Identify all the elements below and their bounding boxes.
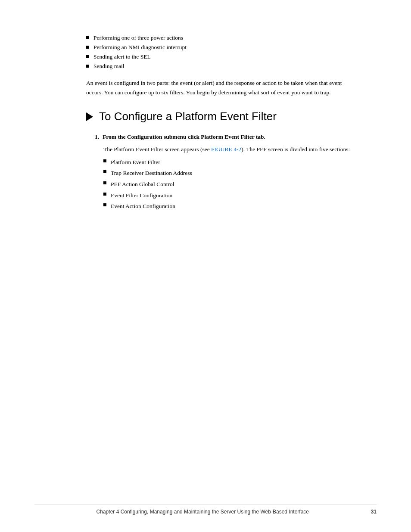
bullet-icon: [86, 55, 89, 58]
page-container: Performing one of three power actionsPer…: [0, 0, 411, 532]
footer: Chapter 4 Configuring, Managing and Main…: [34, 504, 377, 515]
step-body: The Platform Event Filter screen appears…: [103, 145, 359, 211]
sub-bullet-text: Platform Event Filter: [111, 158, 160, 167]
step-container: 1.From the Configuration submenu click P…: [95, 134, 359, 211]
sub-bullet-item: Event Action Configuration: [103, 202, 359, 211]
figure-link[interactable]: FIGURE 4-2: [211, 146, 241, 152]
intro-bullet-list: Performing one of three power actionsPer…: [86, 34, 359, 70]
step-label: From the Configuration submenu click Pla…: [103, 134, 265, 140]
triangle-icon: [86, 112, 93, 121]
footer-text: Chapter 4 Configuring, Managing and Main…: [34, 509, 371, 515]
intro-paragraph: An event is configured in two parts: the…: [86, 78, 359, 97]
sub-bullet-icon: [103, 170, 106, 173]
sub-bullet-text: PEF Action Global Control: [111, 180, 174, 189]
bullet-icon: [86, 65, 89, 68]
step-heading: 1.From the Configuration submenu click P…: [95, 134, 359, 140]
sub-bullet-text: Event Filter Configuration: [111, 191, 172, 200]
sub-bullet-list: Platform Event FilterTrap Receiver Desti…: [103, 158, 359, 211]
sub-bullet-text: Event Action Configuration: [111, 202, 175, 211]
step-number: 1.: [95, 134, 99, 140]
bullet-item: Performing one of three power actions: [86, 34, 359, 41]
bullet-item: Sending alert to the SEL: [86, 53, 359, 60]
bullet-text: Performing one of three power actions: [93, 34, 183, 41]
bullet-icon: [86, 36, 89, 39]
sub-bullet-icon: [103, 181, 106, 184]
section-heading-text: To Configure a Platform Event Filter: [99, 110, 277, 123]
bullet-icon: [86, 46, 89, 49]
sub-bullet-icon: [103, 203, 106, 206]
bullet-item: Sending mail: [86, 63, 359, 70]
sub-bullet-text: Trap Receiver Destination Address: [111, 168, 192, 178]
footer-chapter: Chapter 4 Configuring, Managing and Main…: [97, 509, 309, 515]
sub-bullet-icon: [103, 193, 106, 196]
sub-bullet-item: Event Filter Configuration: [103, 191, 359, 200]
bullet-text: Sending mail: [93, 63, 125, 70]
sub-bullet-item: PEF Action Global Control: [103, 180, 359, 189]
step-description: The Platform Event Filter screen appears…: [103, 145, 359, 154]
bullet-item: Performing an NMI diagnostic interrupt: [86, 44, 359, 51]
sub-bullet-item: Trap Receiver Destination Address: [103, 168, 359, 178]
step-body-cont: ). The PEF screen is divided into five s…: [241, 146, 350, 152]
section-heading: To Configure a Platform Event Filter: [86, 110, 359, 123]
sub-bullet-icon: [103, 159, 106, 162]
footer-page-number: 31: [371, 509, 377, 515]
step-body-intro: The Platform Event Filter screen appears…: [103, 146, 211, 152]
bullet-text: Performing an NMI diagnostic interrupt: [93, 44, 187, 51]
sub-bullet-item: Platform Event Filter: [103, 158, 359, 167]
bullet-text: Sending alert to the SEL: [93, 53, 151, 60]
